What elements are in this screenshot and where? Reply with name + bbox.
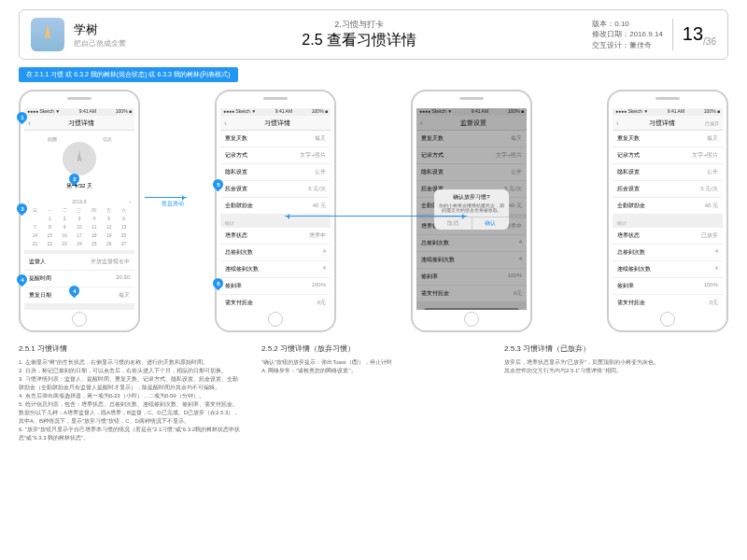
breadcrumb: 2.习惯与打卡 [135, 19, 583, 31]
mockup-3: ●●●● Sketch ▼9:41 AM100% ■ ‹监督设置 重复天数每天记… [411, 90, 532, 332]
list-row[interactable]: 签到率100% [613, 278, 723, 295]
list-row[interactable]: 签到率100% [220, 278, 331, 295]
list-row[interactable]: 总签到次数4 [220, 245, 331, 261]
mockup-2: 5 6 ●●●● Sketch ▼9:41 AM100% ■ ‹习惯详情 重复天… [215, 90, 336, 332]
list-row[interactable]: 记录方式文字+照片 [220, 147, 331, 164]
app-logo [31, 18, 64, 51]
list-row[interactable]: 连续签到次数4 [613, 261, 723, 278]
navbar: ‹习惯详情 [24, 116, 134, 131]
confirm-button[interactable]: 确认 [472, 217, 510, 230]
app-name: 学树 [74, 21, 126, 38]
tagline: 把自己熬成金黄 [74, 38, 126, 49]
mockup-4: ●●●● Sketch ▼9:41 AM100% ■ ‹习惯详情已放弃 重复天数… [607, 90, 728, 332]
context-note: 在 2.1.1 习惯 或 6.3.2 我的树林(混合状态) 或 6.3.3 我的… [19, 67, 238, 82]
list-row[interactable]: 提醒时间20:30 [24, 271, 134, 287]
list-row[interactable]: 监督人开放监督报名中 [24, 254, 134, 271]
list-row[interactable]: 连续签到次数4 [220, 261, 331, 278]
list-row[interactable]: 全勤鼓励金40 元 [220, 198, 331, 215]
list-row[interactable]: 隐私设置公开 [220, 164, 331, 181]
list-row[interactable]: 总签到次数4 [613, 245, 723, 261]
list-row[interactable]: 重复天数每天 [613, 131, 723, 147]
confirm-modal: 确认放弃习惯? 你的小树将会慢慢枯萎死去，期间需支付的惩金也将被收取。 取消确认 [434, 189, 509, 230]
list-row[interactable]: 惩金设置5 元/次 [220, 181, 331, 198]
descriptions: 2.5.1 习惯详情1. 左侧显示"树"的生长状态，右侧显示习惯的名称、进行的天… [19, 343, 728, 442]
list-row[interactable]: 培养状态已放弃 [613, 228, 723, 245]
list-row[interactable]: 需支付惩金0元 [220, 295, 331, 310]
page-title: 2.5 查看习惯详情 [135, 31, 583, 50]
list-row[interactable]: 培养状态培养中 [220, 228, 331, 245]
list-row[interactable]: 隐私设置公开 [613, 164, 723, 181]
modal-overlay: 确认放弃习惯? 你的小树将会慢慢枯萎死去，期间需支付的惩金也将被收取。 取消确认 [416, 108, 527, 310]
list-row[interactable]: 需支付惩金0元 [613, 295, 723, 310]
tree-avatar [63, 142, 96, 175]
abandoned-tag: 已放弃 [705, 120, 719, 126]
list-row[interactable]: 全勤鼓励金40 元 [613, 198, 723, 215]
swipe-label: 垂直滑动 [162, 200, 184, 208]
mockup-1: 1 2 3 4 4 ●●●● Sketch ▼9:41 AM100% ■ ‹习惯… [19, 90, 140, 332]
list-row[interactable]: 记录方式文字+照片 [613, 147, 723, 164]
list-row[interactable]: 重复天数每天 [220, 131, 331, 147]
meta-info: 版本：0.10 修改日期：2016.9.14 交互设计：董佳奇 [592, 19, 673, 50]
page-number: 13/36 [683, 23, 716, 47]
calendar[interactable]: ‹2016.8› 日一二三四五六123456789101112131415161… [24, 196, 134, 250]
list-row[interactable]: 惩金设置5 元/次 [613, 181, 723, 198]
page-header: 学树 把自己熬成金黄 2.习惯与打卡 2.5 查看习惯详情 版本：0.10 修改… [19, 9, 728, 60]
